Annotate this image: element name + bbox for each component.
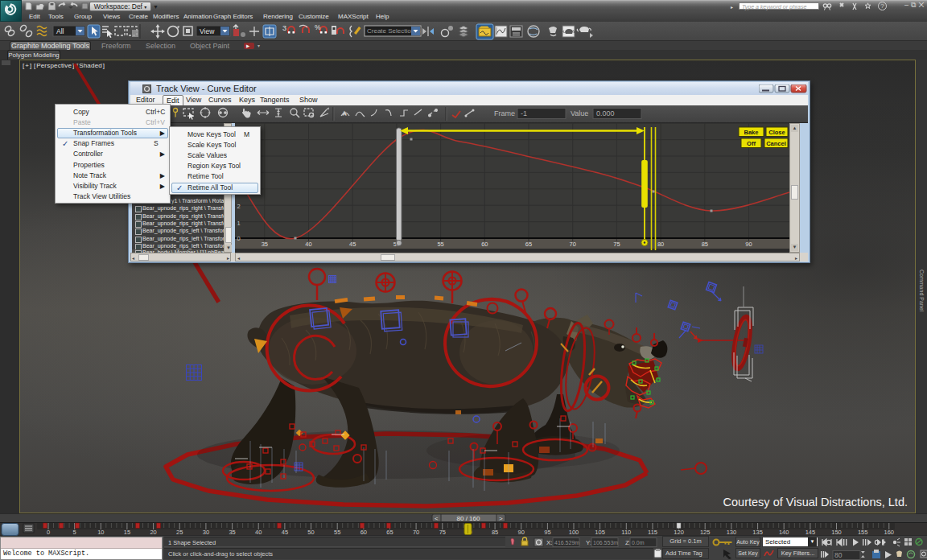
svg-text:90: 90 bbox=[745, 241, 752, 248]
svg-text:35: 35 bbox=[262, 241, 268, 248]
svg-text:40: 40 bbox=[305, 241, 311, 248]
svg-text:100: 100 bbox=[569, 529, 579, 536]
svg-text:Bake: Bake bbox=[744, 129, 759, 136]
svg-text:Cancel: Cancel bbox=[766, 140, 786, 147]
svg-text:15: 15 bbox=[124, 529, 130, 536]
svg-text:0.000: 0.000 bbox=[596, 109, 615, 117]
svg-text:1: 1 bbox=[237, 220, 241, 227]
svg-text:20: 20 bbox=[150, 529, 156, 536]
svg-text:80: 80 bbox=[657, 241, 664, 248]
svg-text:50: 50 bbox=[307, 529, 314, 536]
svg-text:3: 3 bbox=[282, 24, 286, 32]
svg-text:X:: X: bbox=[546, 539, 553, 546]
svg-text:115: 115 bbox=[648, 529, 657, 536]
svg-text:10: 10 bbox=[97, 529, 104, 536]
svg-text:<: < bbox=[435, 515, 439, 522]
svg-text:-1: -1 bbox=[521, 109, 527, 117]
svg-text:2: 2 bbox=[237, 203, 241, 210]
svg-text:65: 65 bbox=[525, 241, 532, 248]
svg-text:0: 0 bbox=[47, 529, 50, 536]
svg-text:416.529m: 416.529m bbox=[554, 540, 579, 546]
svg-text:55: 55 bbox=[437, 241, 443, 248]
svg-text:105: 105 bbox=[595, 529, 605, 536]
svg-text:106.553m: 106.553m bbox=[593, 540, 618, 546]
svg-text:60: 60 bbox=[481, 241, 488, 248]
svg-text:140: 140 bbox=[779, 529, 789, 536]
svg-text:90: 90 bbox=[518, 529, 525, 536]
svg-text:45: 45 bbox=[349, 241, 356, 248]
svg-text:0.0m: 0.0m bbox=[632, 540, 645, 546]
svg-text:>: > bbox=[499, 515, 503, 522]
svg-text:0: 0 bbox=[237, 235, 241, 242]
svg-text:35: 35 bbox=[229, 529, 235, 536]
svg-text:70: 70 bbox=[570, 241, 576, 248]
svg-text:120: 120 bbox=[674, 529, 684, 536]
svg-text:Close: Close bbox=[768, 129, 785, 136]
svg-text:All: All bbox=[56, 27, 64, 35]
svg-text:55: 55 bbox=[334, 529, 340, 536]
svg-text:150: 150 bbox=[831, 529, 842, 536]
svg-text:40: 40 bbox=[255, 529, 262, 536]
svg-text:80 / 160: 80 / 160 bbox=[457, 515, 480, 522]
svg-text:85: 85 bbox=[702, 241, 708, 248]
svg-text:45: 45 bbox=[282, 529, 288, 536]
svg-text:Off: Off bbox=[747, 140, 756, 147]
svg-text:135: 135 bbox=[752, 529, 763, 536]
svg-text:95: 95 bbox=[544, 529, 550, 536]
svg-text:110: 110 bbox=[621, 529, 631, 536]
svg-text:Value: Value bbox=[571, 109, 588, 117]
svg-text:Frame: Frame bbox=[494, 109, 515, 117]
svg-text:Y:: Y: bbox=[586, 539, 591, 546]
svg-text:%: % bbox=[315, 23, 321, 31]
svg-text:60: 60 bbox=[360, 529, 367, 536]
svg-text:65: 65 bbox=[386, 529, 393, 536]
svg-text:155: 155 bbox=[858, 529, 868, 536]
svg-text:85: 85 bbox=[492, 529, 498, 536]
svg-text:145: 145 bbox=[805, 529, 816, 536]
svg-text:125: 125 bbox=[700, 529, 711, 536]
svg-text:25: 25 bbox=[176, 529, 183, 536]
svg-text:130: 130 bbox=[727, 529, 737, 536]
svg-text:80: 80 bbox=[834, 551, 843, 559]
svg-text:5: 5 bbox=[73, 529, 76, 536]
svg-text:30: 30 bbox=[203, 529, 209, 536]
svg-text:A: A bbox=[343, 111, 346, 116]
svg-text:70: 70 bbox=[413, 529, 419, 536]
svg-text:75: 75 bbox=[613, 241, 620, 248]
svg-text:75: 75 bbox=[439, 529, 446, 536]
svg-text:View: View bbox=[200, 27, 215, 35]
svg-text:160: 160 bbox=[884, 529, 895, 536]
